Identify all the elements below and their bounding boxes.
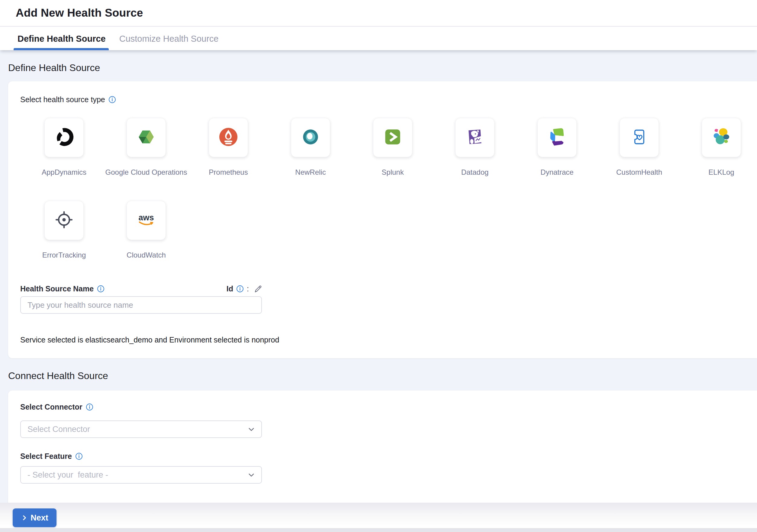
select-source-type-label-row: Select health source type [20, 95, 745, 104]
tab-customize-health-source[interactable]: Customize Health Source [119, 27, 219, 50]
appdynamics-icon [53, 126, 75, 149]
chevron-right-icon [21, 514, 28, 521]
svg-text:aws: aws [139, 213, 154, 222]
source-type-card-dynatrace[interactable] [537, 118, 577, 157]
service-environment-note: Service selected is elasticsearch_demo a… [20, 335, 745, 344]
google-cloud-operations-icon [135, 126, 157, 149]
newrelic-icon [299, 126, 322, 149]
info-icon[interactable] [108, 96, 116, 104]
page-header: Add New Health Source [0, 0, 757, 27]
source-type-card-elklog[interactable] [702, 118, 741, 157]
select-connector-label-row: Select Connector [20, 403, 745, 411]
source-type-prometheus: Prometheus [209, 118, 248, 177]
source-type-gco: Google Cloud Operations [127, 118, 166, 177]
select-feature-label-row: Select Feature [20, 452, 745, 461]
source-type-label-dynatrace: Dynatrace [540, 168, 573, 176]
source-type-label-datadog: Datadog [461, 168, 489, 176]
source-type-errortracking: ErrorTracking [45, 201, 84, 260]
errortracking-icon [53, 208, 75, 232]
select-feature-dropdown[interactable]: - Select your feature - [20, 466, 262, 484]
health-source-name-label-row: Health Source Name [20, 284, 105, 293]
splunk-icon [381, 126, 404, 149]
info-icon[interactable] [236, 285, 244, 293]
customhealth-icon [628, 126, 651, 149]
source-type-customhealth: CustomHealth [620, 118, 659, 177]
tab-label: Customize Health Source [119, 34, 219, 44]
define-section-heading: Define Health Source [8, 62, 757, 74]
wizard-tabbar: Define Health Source Customize Health So… [0, 27, 757, 50]
source-type-elklog: ELKLog [702, 118, 741, 177]
source-type-dynatrace: Dynatrace [537, 118, 577, 177]
source-type-label-customhealth: CustomHealth [616, 168, 662, 176]
source-type-card-gco[interactable] [127, 118, 166, 157]
connect-health-source-card: Select Connector Select Connector Select… [8, 391, 757, 503]
source-type-label-prometheus: Prometheus [209, 168, 248, 176]
connect-section-heading: Connect Health Source [8, 370, 757, 382]
define-health-source-card: Select health source type AppDynamicsGoo… [8, 81, 757, 358]
prometheus-icon [217, 126, 240, 149]
tab-label: Define Health Source [17, 34, 106, 44]
source-type-label-elklog: ELKLog [708, 168, 734, 176]
cloudwatch-icon: aws [135, 208, 157, 232]
info-icon[interactable] [75, 452, 83, 460]
select-connector-dropdown[interactable]: Select Connector [20, 421, 262, 438]
wizard-footer: Next [0, 503, 757, 532]
source-type-label-gco: Google Cloud Operations [106, 168, 187, 176]
dynatrace-icon [546, 126, 568, 149]
source-type-datadog: Datadog [455, 118, 495, 177]
select-feature-value: - Select your feature - [27, 470, 247, 480]
chevron-down-icon [247, 425, 256, 434]
select-connector-value: Select Connector [27, 425, 247, 434]
id-label: Id [227, 284, 233, 293]
wizard-content: Define Health Source Select health sourc… [0, 50, 757, 503]
tab-define-health-source[interactable]: Define Health Source [17, 27, 106, 50]
select-source-type-label: Select health source type [20, 95, 105, 104]
page-title: Add New Health Source [16, 7, 143, 19]
datadog-icon [464, 126, 486, 149]
select-connector-label: Select Connector [20, 403, 82, 411]
source-type-label-cloudwatch: CloudWatch [127, 251, 166, 259]
bottom-strip [0, 528, 757, 532]
info-icon[interactable] [97, 285, 105, 293]
source-type-label-errortracking: ErrorTracking [42, 251, 86, 259]
source-type-grid-row-1: AppDynamicsGoogle Cloud OperationsPromet… [45, 118, 745, 177]
source-type-card-customhealth[interactable] [620, 118, 659, 157]
next-button[interactable]: Next [13, 509, 56, 527]
elklog-icon [710, 126, 733, 149]
source-type-label-newrelic: NewRelic [295, 168, 326, 176]
edit-id-pencil-icon[interactable] [253, 284, 262, 293]
source-type-card-datadog[interactable] [455, 118, 495, 157]
source-type-splunk: Splunk [373, 118, 412, 177]
select-feature-label: Select Feature [20, 452, 72, 461]
chevron-down-icon [247, 470, 256, 480]
id-colon: : [247, 284, 249, 293]
health-source-name-label: Health Source Name [20, 284, 94, 293]
source-type-card-splunk[interactable] [373, 118, 412, 157]
source-type-newrelic: NewRelic [291, 118, 330, 177]
source-type-card-prometheus[interactable] [209, 118, 248, 157]
next-button-label: Next [31, 513, 48, 523]
source-type-grid-row-2: ErrorTrackingawsCloudWatch [45, 201, 745, 260]
source-type-appdynamics: AppDynamics [45, 118, 84, 177]
name-id-row: Health Source Name Id : [20, 284, 262, 293]
id-group: Id : [227, 284, 262, 293]
source-type-cloudwatch: awsCloudWatch [127, 201, 166, 260]
source-type-card-cloudwatch[interactable]: aws [127, 201, 166, 240]
source-type-card-errortracking[interactable] [45, 201, 84, 240]
source-type-card-appdynamics[interactable] [45, 118, 84, 157]
health-source-name-input[interactable] [20, 296, 262, 314]
source-type-label-splunk: Splunk [381, 168, 404, 176]
source-type-card-newrelic[interactable] [291, 118, 330, 157]
info-icon[interactable] [85, 403, 94, 411]
source-type-label-appdynamics: AppDynamics [42, 168, 86, 176]
